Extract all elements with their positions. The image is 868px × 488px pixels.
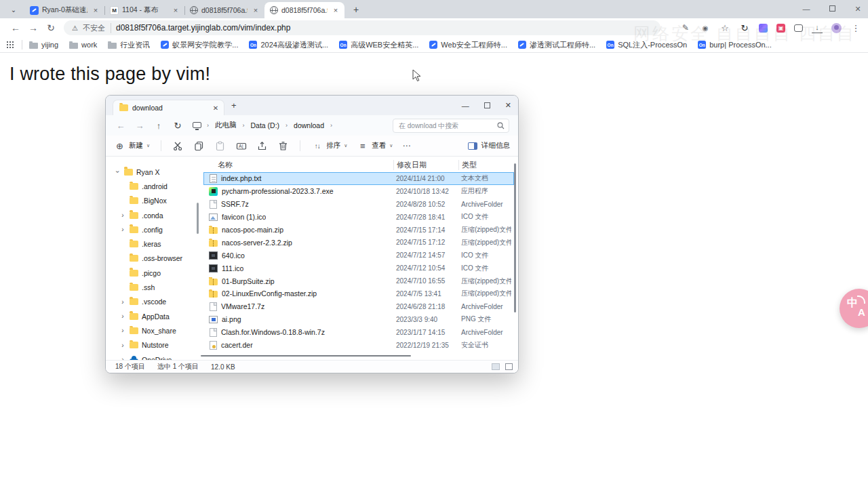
extension-sync-icon[interactable] (739, 22, 750, 33)
file-row[interactable]: ai.png 2023/3/3 9:40 PNG 文件 (203, 313, 514, 326)
chevron-icon[interactable]: › (119, 298, 126, 306)
breadcrumb-item[interactable]: 此电脑 (215, 121, 237, 130)
reload-button[interactable]: ↻ (42, 22, 60, 33)
translate-floating-button[interactable]: 中 A (840, 289, 868, 328)
rename-button[interactable]: A| (235, 140, 247, 152)
bookmark-item[interactable]: Web安全工程师特... (429, 40, 507, 50)
chevron-icon[interactable]: › (119, 211, 126, 219)
explorer-forward-button[interactable]: → (132, 121, 148, 131)
explorer-minimize-button[interactable]: — (462, 102, 469, 110)
paste-button[interactable] (214, 140, 226, 152)
explorer-refresh-button[interactable]: ↻ (170, 121, 186, 131)
sort-button[interactable]: 排序 ∨ (311, 140, 347, 152)
explorer-back-button[interactable]: ← (113, 121, 129, 131)
explorer-close-button[interactable]: ✕ (505, 101, 511, 110)
delete-button[interactable] (277, 140, 289, 152)
explorer-maximize-button[interactable] (484, 102, 490, 110)
maximize-button[interactable] (827, 5, 837, 13)
file-row[interactable]: nacos-server-2.3.2.zip 2024/7/15 17:12 压… (203, 236, 514, 249)
chevron-icon[interactable]: › (114, 169, 121, 176)
url-text[interactable]: d0818f5f706a.target.yijinglab.com/vim/in… (116, 23, 291, 33)
large-icons-view-icon[interactable] (505, 363, 513, 370)
sidebar-item[interactable]: .picgo (106, 266, 201, 280)
bookmark-item[interactable]: 渗透测试工程师特... (518, 40, 595, 50)
sidebar-item[interactable]: › .vscode (106, 295, 201, 309)
details-pane-button[interactable]: 详细信息 (468, 141, 510, 150)
explorer-up-button[interactable]: ↑ (151, 121, 167, 131)
address-bar[interactable]: ⚠ 不安全 d0818f5f706a.target.yijinglab.com/… (64, 20, 660, 35)
tab-close-icon[interactable]: × (171, 6, 180, 14)
file-row[interactable]: VMware17.7z 2024/6/28 21:18 ArchiveFolde… (203, 300, 514, 313)
file-row[interactable]: 111.ico 2024/7/12 10:54 ICO 文件 (203, 262, 514, 274)
browser-tab[interactable]: Ryan-0基础速成 CTF 特训营... × (24, 2, 104, 18)
back-button[interactable]: ← (7, 22, 24, 33)
bookmark-item[interactable]: 2024高级渗透测试... (249, 40, 328, 50)
column-header-name[interactable]: 名称 (203, 160, 393, 170)
column-header-date[interactable]: 修改日期 (393, 160, 458, 170)
sidebar-item[interactable]: .oss-browser (106, 251, 201, 266)
minimize-button[interactable]: — (802, 5, 811, 13)
explorer-titlebar[interactable]: download ✕ + — ✕ (106, 96, 518, 115)
breadcrumb-item[interactable]: download (294, 121, 324, 129)
apps-grid-icon[interactable] (7, 41, 14, 48)
extension-color-icon[interactable] (759, 24, 768, 33)
chevron-icon[interactable]: › (119, 327, 126, 334)
file-row[interactable]: nacos-poc-main.zip 2024/7/15 17:14 压缩(zi… (203, 224, 514, 237)
breadcrumb-item[interactable]: Data (D:) (251, 121, 280, 129)
sidebar-item[interactable]: › .conda (106, 208, 201, 222)
side-panel-icon[interactable] (794, 24, 803, 32)
extension-red-icon[interactable] (776, 24, 785, 33)
not-secure-label[interactable]: 不安全 (83, 23, 111, 33)
new-tab-button[interactable]: + (349, 2, 363, 17)
sidebar-scrollbar[interactable] (197, 203, 199, 234)
column-header-type[interactable]: 类型 (458, 160, 511, 170)
file-row[interactable]: favicon (1).ico 2024/7/28 18:41 ICO 文件 (203, 211, 514, 224)
file-row[interactable]: index.php.txt 2024/11/4 21:00 文本文档 (203, 172, 514, 185)
file-row[interactable]: 640.ico 2024/7/12 14:57 ICO 文件 (203, 249, 514, 262)
tab-search-button[interactable]: ⌄ (5, 1, 22, 18)
browser-tab[interactable]: d0818f5f706a.target.yijinglal... × (184, 2, 264, 18)
chevron-icon[interactable]: › (119, 312, 126, 320)
sidebar-item[interactable]: › Ryan X (106, 165, 201, 179)
bookmark-item[interactable]: SQL注入-ProcessOn (606, 40, 687, 50)
bookmark-item[interactable]: 行业资讯 (108, 40, 150, 50)
bookmark-item[interactable]: 高级WEB安全精英... (339, 40, 418, 50)
tab-close-icon[interactable]: × (91, 6, 100, 14)
menu-dots-icon[interactable] (850, 22, 861, 33)
bookmark-item[interactable]: work (69, 41, 97, 49)
downloads-icon[interactable] (812, 22, 823, 33)
file-list-horizontal-scrollbar[interactable] (201, 354, 506, 357)
sidebar-item[interactable]: .ssh (106, 280, 201, 294)
this-pc-icon[interactable] (193, 122, 201, 128)
bookmark-item[interactable]: yijing (29, 41, 58, 49)
sidebar-item[interactable]: › .config (106, 222, 201, 237)
explorer-new-tab-button[interactable]: + (231, 100, 237, 110)
page-edit-icon[interactable] (680, 22, 691, 33)
bookmark-item[interactable]: burp| ProcessOn... (698, 41, 772, 49)
new-button[interactable]: 新建 ∨ (114, 140, 150, 152)
sidebar-item[interactable]: .keras (106, 237, 201, 251)
forward-button[interactable]: → (24, 22, 42, 33)
explorer-tab-close-icon[interactable]: ✕ (212, 104, 220, 112)
explorer-tab[interactable]: download ✕ (113, 100, 224, 115)
preview-eye-icon[interactable] (700, 22, 711, 33)
sidebar-item[interactable]: .android (106, 179, 201, 193)
file-row[interactable]: 02-LinuxEnvConfig-master.zip 2024/7/5 13… (203, 287, 514, 300)
file-row[interactable]: Clash.for.Windows-0.18.8-win.7z 2023/1/1… (203, 326, 514, 339)
sidebar-item[interactable]: .BigNox (106, 194, 201, 208)
scrollbar-thumb[interactable] (201, 355, 411, 357)
tab-close-icon[interactable]: × (331, 6, 340, 14)
explorer-search-input[interactable] (399, 122, 497, 129)
sidebar-item[interactable]: › Nutstore (106, 338, 201, 352)
file-row[interactable]: cacert.der 2022/12/19 21:35 安全证书 (203, 339, 514, 352)
chevron-icon[interactable]: › (119, 342, 126, 349)
file-row[interactable]: 01-BurpSuite.zip 2024/7/10 16:55 压缩(zipp… (203, 274, 514, 287)
cut-button[interactable] (172, 140, 184, 152)
more-options-button[interactable]: ⋯ (402, 141, 411, 150)
sidebar-item[interactable]: › OneDrive (106, 352, 201, 360)
profile-avatar[interactable] (831, 23, 842, 33)
tab-close-icon[interactable]: × (251, 6, 260, 14)
view-button[interactable]: 查看 ∨ (357, 140, 393, 152)
file-row[interactable]: SSRF.7z 2024/8/28 10:52 ArchiveFolder (203, 198, 514, 211)
share-button[interactable] (256, 140, 268, 152)
